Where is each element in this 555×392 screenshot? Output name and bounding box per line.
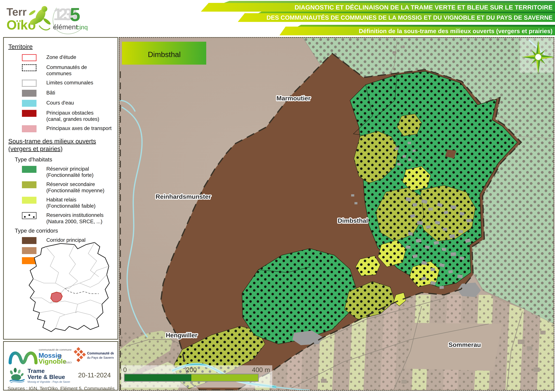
locator-inset-map: [10, 239, 110, 334]
map-canvas: Marmoutier Reinhardsmunster Dimbsthal So…: [119, 38, 554, 390]
habitat-relais-swatch: [22, 197, 37, 204]
svg-text:Vignoble: Vignoble: [38, 358, 66, 365]
legend-item-communautes: Communautés decommunes: [22, 64, 114, 77]
label-sommerau: Sommerau: [448, 341, 481, 348]
terroiko-logo-icon: Terr Oïko: [6, 2, 54, 36]
communautes-swatch: [22, 64, 37, 71]
leaf-paw-icon: [9, 368, 24, 383]
banner-title-3-text: Définition de la sous-trame des milieux …: [359, 28, 553, 35]
legend-item-zone-etude: Zone d'étude: [22, 54, 114, 61]
scale-0: 0: [123, 366, 127, 373]
trame-verte-bleue-logo-icon: Trame Verte & Bleue Mossig et Vignoble -…: [7, 367, 70, 383]
legend-subtitle-corridors: Type de corridors: [15, 228, 114, 234]
reservoir-secondaire-swatch: [22, 181, 37, 188]
banner-title-3: Définition de la sous-trame des milieux …: [279, 27, 555, 35]
label-reinhardsmunster: Reinhardsmunster: [156, 193, 211, 200]
legend-item-habitat-relais: Habitat relais(Fonctionnalité faible): [22, 197, 114, 209]
scale-segment-2: [191, 374, 258, 381]
legend-title-sous-trame: Sous-trame des milieux ouverts(vergers e…: [8, 137, 114, 152]
legend-item-limites: Limites communales: [22, 79, 114, 87]
banner-title-2-text: DES COMMUNAUTÉS DE COMMUNES DE LA MOSSIG…: [267, 14, 553, 21]
map-date: 20-11-2024: [78, 371, 111, 379]
label-dimbsthal: Dimbsthal: [338, 217, 368, 224]
map-title-text: Dimbsthal: [148, 50, 181, 59]
bati-swatch: [22, 90, 37, 97]
legend-item-reservoirs-institutionnels: Reservoirs institutionnels(Natura 2000, …: [22, 212, 114, 224]
mossig-vignoble-logo-icon: communauté de communes Mossig et Vignobl…: [7, 345, 72, 365]
legend-item-reservoir-principal: Réservoir principal(Fonctionnalité forte…: [22, 166, 114, 178]
map-sheet: Terr Oïko 1234 5 élément cinq DIAGNOSTIC…: [0, 0, 555, 392]
map-title-box: Dimbsthal: [122, 42, 206, 64]
axes-swatch: [22, 125, 37, 132]
credits-panel: communauté de communes Mossig et Vignobl…: [3, 341, 118, 391]
cours-eau-swatch: [22, 100, 37, 107]
label-hengwiller: Hengwiller: [166, 332, 197, 339]
reservoir-principal-swatch: [22, 166, 37, 173]
legend-subtitle-habitats: Type d'habitats: [15, 156, 114, 163]
partner-logos-row: communauté de communes Mossig et Vignobl…: [7, 345, 114, 366]
scale-bar: 0 200 400 m: [121, 365, 272, 388]
pays-saverne-logo-icon: Communauté de Communes du Pays de Savern…: [73, 345, 114, 365]
mossig-m-icon: [10, 353, 36, 363]
legend-item-bati: Bâti: [22, 90, 114, 97]
diamonds-icon: [74, 347, 86, 362]
svg-text:du Pays de Saverne: du Pays de Saverne: [87, 356, 114, 359]
banner-title-2: DES COMMUNAUTÉS DE COMMUNES DE LA MOSSIG…: [238, 13, 555, 22]
banner-title-1-text: DIAGNOSTIC ET DÉCLINAISON DE LA TRAME VE…: [295, 4, 553, 11]
legend-item-cours-eau: Cours d'eau: [22, 100, 114, 107]
legend-item-reservoir-secondaire: Réservoir secondaire(Fonctionnalité moye…: [22, 181, 114, 194]
element5-word1: élément: [53, 23, 78, 31]
svg-text:communauté de communes: communauté de communes: [39, 348, 72, 351]
banner-title-1: DIAGNOSTIC ET DÉCLINAISON DE LA TRAME VE…: [201, 3, 555, 12]
scale-400: 400 m: [252, 366, 270, 373]
limites-swatch: [22, 80, 37, 87]
label-marmoutier: Marmoutier: [277, 95, 311, 102]
svg-text:Trame: Trame: [28, 368, 45, 374]
zone-etude-swatch: [22, 54, 37, 61]
terroiko-line1: Terr: [7, 6, 27, 18]
element5-word2: cinq: [76, 24, 88, 31]
legend-panel: Territoire Zone d'étude Communautés deco…: [3, 37, 118, 340]
sources-text: Sources : IGN, TerrOïko, Elément 5, Comm…: [7, 385, 115, 392]
compass-rose-icon: [520, 38, 554, 74]
svg-text:Communauté de Communes: Communauté de Communes: [87, 351, 114, 355]
legend-item-obstacles: Principaux obstacles(canal, grandes rout…: [22, 110, 114, 122]
reservoirs-institutionnels-swatch: [22, 212, 37, 219]
scale-200: 200: [186, 366, 197, 373]
scale-segment-1: [125, 374, 191, 381]
header: Terr Oïko 1234 5 élément cinq DIAGNOSTIC…: [0, 0, 555, 37]
svg-text:Verte & Bleue: Verte & Bleue: [28, 374, 65, 380]
legend-title-territoire: Territoire: [8, 43, 114, 50]
main-map: Marmoutier Reinhardsmunster Dimbsthal So…: [119, 37, 554, 391]
legend-item-axes: Principaux axes de transport: [22, 125, 114, 132]
svg-text:Alsace: Alsace: [63, 360, 72, 364]
terroiko-line2: Oïko: [7, 18, 36, 32]
element5-five: 5: [70, 4, 80, 25]
obstacles-swatch: [22, 110, 37, 117]
svg-text:Mossig et Vignoble - Pays de S: Mossig et Vignoble - Pays de Saverne: [28, 380, 70, 383]
elementcinq-logo-icon: 1234 5 élément cinq: [50, 3, 88, 37]
tvb-row: Trame Verte & Bleue Mossig et Vignoble -…: [7, 367, 114, 383]
